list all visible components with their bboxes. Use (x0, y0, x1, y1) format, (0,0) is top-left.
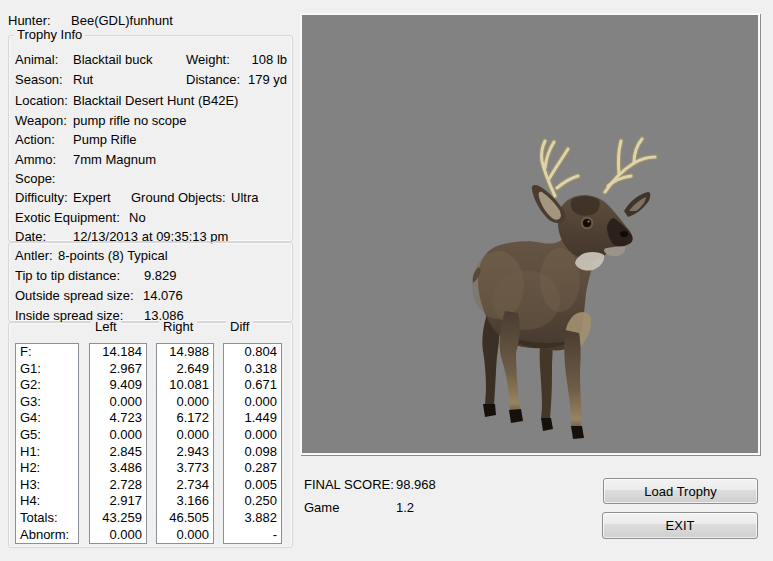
row-antler: Antler: 8-points (8) Typical (9, 248, 292, 264)
right-value: 2.734 (157, 477, 213, 494)
antler-summary-box: Antler: 8-points (8) Typical Tip to tip … (8, 242, 293, 322)
diff-value: 0.000 (224, 394, 281, 411)
measure-label: H1: (16, 444, 78, 461)
measure-label: G3: (16, 394, 78, 411)
left-values-listbox[interactable]: 14.184 2.967 9.409 0.000 4.723 0.000 2.8… (89, 343, 147, 544)
measure-label: F: (16, 344, 78, 361)
exotic-equipment-value: No (129, 210, 146, 225)
final-score-label: FINAL SCORE: (304, 477, 394, 492)
measure-label: H2: (16, 460, 78, 477)
left-column-header: Left (91, 320, 121, 334)
deer-eye (583, 219, 591, 227)
diff-value: 0.098 (224, 444, 281, 461)
row-action: Action: Pump Rifle (9, 132, 292, 148)
action-value: Pump Rifle (73, 132, 137, 147)
right-values-listbox[interactable]: 14.988 2.649 10.081 0.000 6.172 0.000 2.… (156, 343, 214, 544)
antler-value: 8-points (8) Typical (58, 248, 168, 263)
left-value: 2.917 (90, 493, 146, 510)
measure-label: G4: (16, 410, 78, 427)
trophy-3d-viewport[interactable] (300, 13, 760, 455)
exit-button[interactable]: EXIT (602, 512, 758, 539)
row-ammo: Ammo: 7mm Magnum (9, 152, 292, 168)
hunter-value: Bee(GDL)funhunt (71, 13, 173, 28)
difficulty-label: Difficulty: (15, 190, 68, 205)
diff-value: 0.804 (224, 344, 281, 361)
left-value: 0.000 (90, 394, 146, 411)
left-value: 3.486 (90, 460, 146, 477)
diff-value: 0.318 (224, 361, 281, 378)
distance-label: Distance: (186, 72, 240, 87)
left-value: 9.409 (90, 377, 146, 394)
season-value: Rut (73, 72, 93, 87)
load-trophy-button[interactable]: Load Trophy (603, 478, 758, 504)
diff-value: 3.882 (224, 510, 281, 527)
row-animal: Animal: Blacktail buck Weight: 108 lb (9, 52, 292, 68)
ammo-label: Ammo: (15, 152, 56, 167)
right-value: 3.773 (157, 460, 213, 477)
ground-objects-label: Ground Objects: (131, 190, 226, 205)
right-value: 0.000 (157, 427, 213, 444)
weight-value: 108 lb (252, 52, 287, 67)
diff-value: 0.000 (224, 427, 281, 444)
diff-values-listbox[interactable]: 0.804 0.318 0.671 0.000 1.449 0.000 0.09… (223, 343, 282, 544)
row-scope: Scope: (9, 171, 292, 187)
right-value: 0.000 (157, 527, 213, 544)
right-column-header: Right (159, 320, 197, 334)
diff-value: 0.671 (224, 377, 281, 394)
left-value: 0.000 (90, 527, 146, 544)
measurements-box: Left Right Diff F: G1: G2: G3: G4: G5: H… (8, 322, 293, 548)
hunter-label: Hunter: (8, 13, 51, 28)
row-tip-to-tip: Tip to tip distance: 9.829 (9, 268, 292, 284)
row-weapon: Weapon: pump rifle no scope (9, 113, 292, 129)
right-value: 10.081 (157, 377, 213, 394)
measure-label: G1: (16, 361, 78, 378)
animal-label: Animal: (15, 52, 58, 67)
left-value: 2.845 (90, 444, 146, 461)
diff-value: 0.287 (224, 460, 281, 477)
season-label: Season: (15, 72, 63, 87)
final-score-value: 98.968 (396, 477, 436, 492)
measure-label: G5: (16, 427, 78, 444)
right-value: 14.988 (157, 344, 213, 361)
scope-label: Scope: (15, 171, 55, 186)
row-difficulty: Difficulty: Expert Ground Objects: Ultra (9, 190, 292, 206)
weapon-label: Weapon: (15, 113, 67, 128)
measure-label: G2: (16, 377, 78, 394)
antlers (542, 139, 655, 196)
row-season: Season: Rut Distance: 179 yd (9, 72, 292, 88)
right-value: 2.649 (157, 361, 213, 378)
diff-value: 0.250 (224, 493, 281, 510)
left-value: 43.259 (90, 510, 146, 527)
row-outside-spread: Outside spread size: 14.076 (9, 288, 292, 304)
action-label: Action: (15, 132, 55, 147)
trophy-info-title: Trophy Info (14, 28, 85, 42)
trophy-viewer-window: { "hunter": { "label": "Hunter:", "value… (0, 0, 773, 561)
measure-label: H3: (16, 477, 78, 494)
deer-far-ear (624, 192, 650, 217)
diff-value: 1.449 (224, 410, 281, 427)
location-value: Blacktail Desert Hunt (B42E) (73, 93, 238, 108)
right-value: 0.000 (157, 394, 213, 411)
left-value: 2.728 (90, 477, 146, 494)
deer-nose (620, 231, 628, 237)
animal-value: Blacktail buck (73, 52, 152, 67)
tip-to-tip-value: 9.829 (144, 268, 177, 283)
trophy-info-groupbox: Trophy Info Animal: Blacktail buck Weigh… (8, 35, 293, 242)
measure-label: H4: (16, 493, 78, 510)
antler-label: Antler: (15, 248, 53, 263)
left-value: 2.967 (90, 361, 146, 378)
right-value: 3.166 (157, 493, 213, 510)
measure-labels-listbox[interactable]: F: G1: G2: G3: G4: G5: H1: H2: H3: H4: T… (15, 343, 79, 544)
distance-value: 179 yd (248, 72, 287, 87)
right-value: 46.505 (157, 510, 213, 527)
deer-mouth (604, 247, 625, 257)
row-exotic-equipment: Exotic Equipment: No (9, 210, 292, 226)
blacktail-buck-render (302, 15, 758, 453)
weight-label: Weight: (186, 52, 230, 67)
ammo-value: 7mm Magnum (73, 152, 156, 167)
outside-spread-label: Outside spread size: (15, 288, 134, 303)
left-value: 14.184 (90, 344, 146, 361)
right-value: 6.172 (157, 410, 213, 427)
outside-spread-value: 14.076 (143, 288, 183, 303)
diff-column-header: Diff (226, 320, 253, 334)
